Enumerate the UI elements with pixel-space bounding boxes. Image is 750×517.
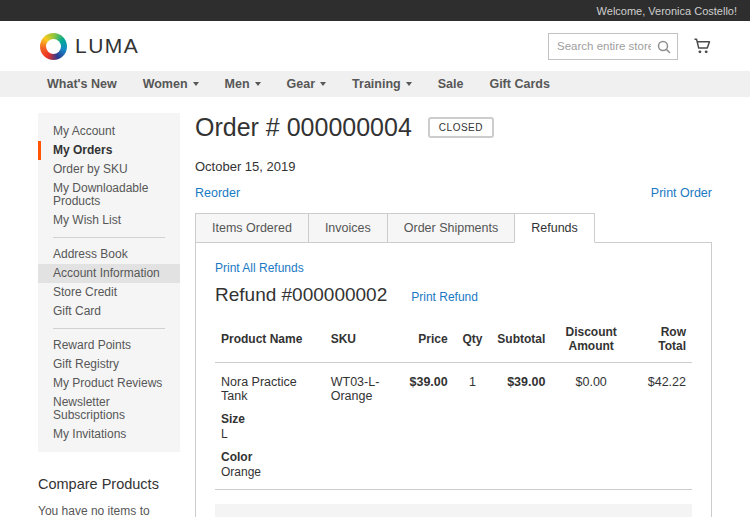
nav-item-men[interactable]: Men (225, 77, 261, 91)
item-options: Size L Color Orange (221, 412, 319, 479)
sidebar-divider (53, 328, 165, 329)
sidebar-item-my-orders[interactable]: My Orders (38, 141, 180, 160)
sidebar-item-newsletter-subscriptions[interactable]: Newsletter Subscriptions (38, 393, 180, 425)
nav-item-sale[interactable]: Sale (438, 77, 464, 91)
search-icon[interactable] (656, 39, 672, 59)
option-label-color: Color (221, 450, 319, 464)
cell-qty: 1 (454, 363, 492, 490)
cell-product-name: Nora Practice Tank Size L Color Orange (215, 363, 325, 490)
refund-title: Refund #000000002 (215, 284, 387, 306)
order-date: October 15, 2019 (195, 159, 712, 174)
sidebar-item-store-credit[interactable]: Store Credit (38, 283, 180, 302)
column-header-qty: Qty (454, 316, 492, 363)
luma-logo-icon (40, 33, 67, 60)
refund-items-table: Product Name SKU Price Qty Subtotal Disc… (215, 316, 692, 490)
nav-item-gear[interactable]: Gear (287, 77, 327, 91)
order-actions: Reorder Print Order (195, 186, 712, 200)
print-all-refunds-link[interactable]: Print All Refunds (215, 261, 304, 275)
tab-items-ordered[interactable]: Items Ordered (195, 213, 309, 243)
column-header-price: Price (403, 316, 453, 363)
search-box (548, 33, 678, 60)
nav-item-women[interactable]: Women (143, 77, 199, 91)
welcome-message: Welcome, Veronica Costello! (597, 5, 737, 17)
cell-price: $39.00 (403, 363, 453, 490)
order-header: Order # 000000004 CLOSED (195, 113, 712, 142)
nav-item-training[interactable]: Training (352, 77, 412, 91)
reorder-link[interactable]: Reorder (195, 186, 240, 200)
tab-invoices[interactable]: Invoices (308, 213, 388, 243)
print-refund-link[interactable]: Print Refund (411, 290, 478, 304)
column-header-product-name: Product Name (215, 316, 325, 363)
column-header-subtotal: Subtotal (491, 316, 551, 363)
sidebar-item-address-book[interactable]: Address Book (38, 245, 180, 264)
refund-header: Refund #000000002 Print Refund (215, 284, 692, 306)
account-nav: My Account My Orders Order by SKU My Dow… (38, 113, 180, 452)
sidebar-item-my-downloadable-products[interactable]: My Downloadable Products (38, 179, 180, 211)
column-header-discount-amount: Discount Amount (551, 316, 631, 363)
cell-subtotal: $39.00 (491, 363, 551, 490)
sidebar-item-my-wish-list[interactable]: My Wish List (38, 211, 180, 230)
cell-sku: WT03-L-Orange (325, 363, 404, 490)
nav-item-whats-new[interactable]: What's New (47, 77, 117, 91)
option-value-size: L (221, 427, 319, 441)
table-row: Nora Practice Tank Size L Color Orange W… (215, 363, 692, 490)
order-status-badge: CLOSED (428, 117, 494, 138)
main-nav: What's New Women Men Gear Training Sale … (0, 71, 750, 97)
page-body: My Account My Orders Order by SKU My Dow… (0, 97, 750, 517)
print-order-link[interactable]: Print Order (651, 186, 712, 200)
logo-text: LUMA (75, 34, 139, 58)
compare-products-title: Compare Products (38, 476, 180, 492)
store-logo[interactable]: LUMA (40, 33, 139, 60)
sidebar-item-my-account[interactable]: My Account (38, 122, 180, 141)
tab-order-shipments[interactable]: Order Shipments (387, 213, 515, 243)
header: LUMA (0, 21, 750, 71)
order-tabs: Items Ordered Invoices Order Shipments R… (195, 213, 712, 243)
chevron-down-icon (320, 82, 326, 86)
account-sidebar: My Account My Orders Order by SKU My Dow… (38, 113, 180, 517)
sidebar-item-account-information[interactable]: Account Information (38, 264, 180, 283)
table-header-row: Product Name SKU Price Qty Subtotal Disc… (215, 316, 692, 363)
tab-refunds[interactable]: Refunds (514, 213, 595, 243)
chevron-down-icon (193, 82, 199, 86)
refund-totals: Subtotal $39.00 Shipping & Handling $5.0… (215, 504, 692, 517)
refunds-tab-content: Print All Refunds Refund #000000002 Prin… (195, 242, 712, 517)
top-bar: Welcome, Veronica Costello! (0, 0, 750, 21)
main-content: Order # 000000004 CLOSED October 15, 201… (195, 113, 712, 517)
sidebar-item-gift-card[interactable]: Gift Card (38, 302, 180, 321)
sidebar-divider (53, 237, 165, 238)
sidebar-item-my-product-reviews[interactable]: My Product Reviews (38, 374, 180, 393)
page-title: Order # 000000004 (195, 113, 412, 142)
chevron-down-icon (255, 82, 261, 86)
sidebar-item-gift-registry[interactable]: Gift Registry (38, 355, 180, 374)
column-header-row-total: Row Total (631, 316, 692, 363)
totals-value: $39.00 (592, 511, 680, 517)
option-value-color: Orange (221, 465, 319, 479)
totals-label: Subtotal (227, 511, 592, 517)
nav-item-gift-cards[interactable]: Gift Cards (489, 77, 549, 91)
cart-icon[interactable] (692, 36, 712, 56)
search-input[interactable] (557, 40, 651, 52)
cell-row-total: $42.22 (631, 363, 692, 490)
sidebar-item-order-by-sku[interactable]: Order by SKU (38, 160, 180, 179)
cell-discount-amount: $0.00 (551, 363, 631, 490)
header-right (548, 33, 712, 60)
sidebar-item-reward-points[interactable]: Reward Points (38, 336, 180, 355)
chevron-down-icon (406, 82, 412, 86)
option-label-size: Size (221, 412, 319, 426)
compare-products-empty-text: You have no items to compare. (38, 504, 180, 517)
sidebar-item-my-invitations[interactable]: My Invitations (38, 425, 180, 444)
totals-row-subtotal: Subtotal $39.00 (227, 511, 680, 517)
column-header-sku: SKU (325, 316, 404, 363)
